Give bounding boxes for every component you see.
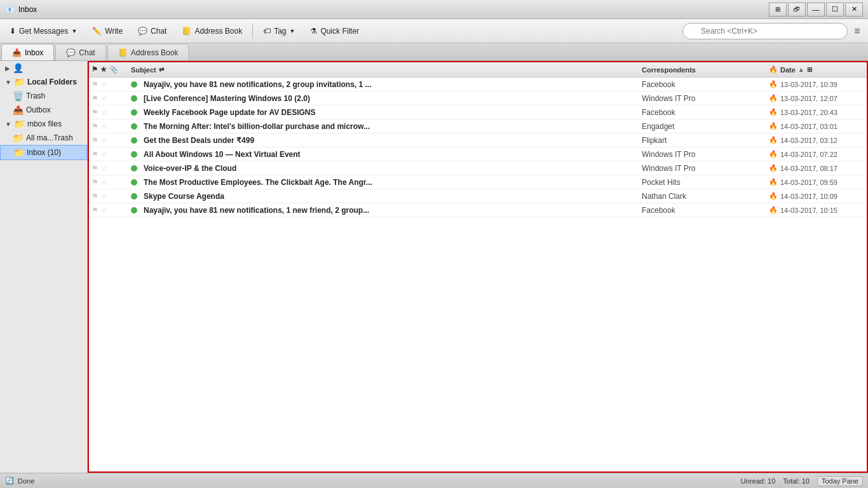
email-date-9: 🔥 14-03-2017, 10:09 — [765, 192, 867, 200]
star-icon-5[interactable]: ☆ — [101, 136, 108, 145]
flag-icon-10[interactable]: ⚑ — [92, 206, 98, 215]
star-icon-3[interactable]: ☆ — [101, 108, 108, 117]
email-row[interactable]: ⚑ ☆ Nayajiv, you have 81 new notificatio… — [89, 78, 867, 92]
hamburger-menu-button[interactable]: ≡ — [849, 23, 865, 39]
flag-icon-1[interactable]: ⚑ — [92, 80, 98, 89]
mbox-label: mbox files — [27, 119, 62, 128]
address-book-button[interactable]: 📒 Address Book — [175, 22, 249, 41]
email-row[interactable]: ⚑ ☆ All About Windows 10 — Next Virtual … — [89, 147, 867, 161]
sidebar-item-account[interactable]: ▶ 👤 — [0, 61, 87, 75]
email-row[interactable]: ⚑ ☆ Get the Best Deals under ₹499 Flipka… — [89, 133, 867, 147]
minimize-btn[interactable]: — — [807, 3, 825, 17]
col-header-correspondents[interactable]: Correspondents — [638, 66, 765, 74]
star-icon-9[interactable]: ☆ — [101, 192, 108, 201]
email-row[interactable]: ⚑ ☆ Weekly Facebook Page update for AV D… — [89, 105, 867, 119]
status-dot-10 — [131, 207, 137, 214]
star-icon-8[interactable]: ☆ — [101, 178, 108, 187]
flag-icon-3[interactable]: ⚑ — [92, 108, 98, 117]
date-header-label: Date — [780, 66, 796, 74]
sidebar-item-inbox-folder[interactable]: 📁 Inbox (10) — [0, 145, 87, 160]
quick-filter-icon: ⚗ — [310, 27, 317, 36]
email-date-1: 🔥 13-03-2017, 10:39 — [765, 80, 867, 88]
tag-button[interactable]: 🏷 Tag ▼ — [256, 22, 302, 41]
local-folders-label: Local Folders — [27, 78, 77, 86]
flag-icon-7[interactable]: ⚑ — [92, 164, 98, 173]
email-correspondent-3: Facebook — [638, 108, 765, 117]
tab-chat[interactable]: 💬 Chat — [55, 44, 105, 60]
email-fire-icon-3: 🔥 — [769, 108, 778, 116]
today-pane-button[interactable]: Today Pane — [817, 476, 863, 486]
sidebar-item-local-folders[interactable]: ▼ 📁 Local Folders — [0, 75, 87, 89]
email-row[interactable]: ⚑ ☆ Skype Course Agenda Nathan Clark 🔥 1… — [89, 189, 867, 203]
flag-icon-5[interactable]: ⚑ — [92, 136, 98, 145]
email-row[interactable]: ⚑ ☆ The Morning After: Intel's billion-d… — [89, 119, 867, 133]
star-icon-6[interactable]: ☆ — [101, 150, 108, 159]
col-header-flags[interactable]: ⚑ ★ 📎 — [89, 65, 127, 74]
tab-inbox[interactable]: 📥 Inbox — [1, 44, 54, 60]
thread-icon-header: ⇄ — [159, 66, 164, 73]
email-subject-7: Voice-over-IP & the Cloud — [140, 164, 634, 173]
sidebar-item-trash[interactable]: 🗑️ Trash — [0, 89, 87, 103]
email-correspondent-9: Nathan Clark — [638, 192, 765, 201]
email-row[interactable]: ⚑ ☆ [Live Conference] Mastering Windows … — [89, 92, 867, 105]
email-date-7: 🔥 14-03-2017, 08:17 — [765, 164, 867, 172]
write-label: Write — [105, 27, 123, 36]
sidebar-item-outbox[interactable]: 📤 Outbox — [0, 103, 87, 117]
email-fire-icon-10: 🔥 — [769, 206, 778, 214]
maximize-btn[interactable]: ☐ — [826, 3, 844, 17]
status-dot-4 — [131, 123, 137, 130]
star-icon-2[interactable]: ☆ — [101, 94, 108, 103]
tab-switcher-btn[interactable]: ⊞ — [769, 3, 787, 17]
flag-icon-2[interactable]: ⚑ — [92, 94, 98, 103]
sidebar-item-all-mail-trash[interactable]: 📁 All ma...Trash — [0, 131, 87, 145]
tag-dropdown-icon: ▼ — [290, 28, 295, 34]
app-icon: 📧 — [5, 5, 15, 14]
close-btn[interactable]: ✕ — [845, 3, 863, 17]
write-button[interactable]: ✏️ Write — [85, 22, 130, 41]
col-header-subject[interactable]: Subject ⇄ — [127, 66, 638, 74]
title-bar: 📧 Inbox ⊞ 🗗 — ☐ ✕ — [0, 0, 868, 19]
account-icon: 👤 — [13, 63, 24, 73]
email-flags-5: ⚑ ☆ — [89, 136, 127, 145]
star-icon-1[interactable]: ☆ — [101, 80, 108, 89]
search-input[interactable] — [682, 23, 848, 39]
email-date-8: 🔥 14-03-2017, 09:59 — [765, 178, 867, 186]
flag-icon-9[interactable]: ⚑ — [92, 192, 98, 201]
toolbar: ⬇ Get Messages ▼ ✏️ Write 💬 Chat 📒 Addre… — [0, 19, 868, 43]
attachment-icon-header: 📎 — [109, 65, 118, 74]
col-header-date[interactable]: 🔥 Date ▲ ⊞ — [765, 65, 867, 74]
get-messages-button[interactable]: ⬇ Get Messages ▼ — [3, 22, 84, 41]
sidebar-item-mbox-files[interactable]: ▼ 📁 mbox files — [0, 117, 87, 131]
status-dot-3 — [131, 109, 137, 116]
email-fire-icon-1: 🔥 — [769, 80, 778, 88]
email-row[interactable]: ⚑ ☆ Nayajiv, you have 81 new notificatio… — [89, 203, 867, 217]
restore-btn[interactable]: 🗗 — [788, 3, 806, 17]
status-dot-6 — [131, 151, 137, 158]
email-flags-6: ⚑ ☆ — [89, 150, 127, 159]
star-icon-10[interactable]: ☆ — [101, 206, 108, 215]
email-correspondent-5: Flipkart — [638, 136, 765, 145]
email-list: ⚑ ☆ Nayajiv, you have 81 new notificatio… — [89, 78, 867, 471]
window-title: Inbox — [18, 5, 37, 14]
star-icon-4[interactable]: ☆ — [101, 122, 108, 131]
star-icon-7[interactable]: ☆ — [101, 164, 108, 173]
get-messages-dropdown-icon[interactable]: ▼ — [71, 28, 77, 34]
email-date-2: 🔥 13-03-2017, 12:07 — [765, 94, 867, 102]
outbox-icon: 📤 — [13, 105, 24, 115]
chat-button[interactable]: 💬 Chat — [131, 22, 173, 41]
trash-label: Trash — [26, 92, 45, 100]
email-flags-10: ⚑ ☆ — [89, 206, 127, 215]
email-fire-icon-4: 🔥 — [769, 122, 778, 130]
quick-filter-button[interactable]: ⚗ Quick Filter — [303, 22, 366, 41]
flag-icon-6[interactable]: ⚑ — [92, 150, 98, 159]
status-dot-8 — [131, 179, 137, 186]
get-messages-icon: ⬇ — [10, 27, 16, 36]
main-layout: ▶ 👤 ▼ 📁 Local Folders 🗑️ Trash 📤 Outbox … — [0, 61, 868, 473]
email-fire-icon-9: 🔥 — [769, 192, 778, 200]
email-row[interactable]: ⚑ ☆ Voice-over-IP & the Cloud Windows IT… — [89, 161, 867, 175]
email-row[interactable]: ⚑ ☆ The Most Productive Employees. The C… — [89, 175, 867, 189]
tab-address-book[interactable]: 📒 Address Book — [107, 44, 189, 60]
trash-icon: 🗑️ — [13, 91, 24, 101]
flag-icon-4[interactable]: ⚑ — [92, 122, 98, 131]
flag-icon-8[interactable]: ⚑ — [92, 178, 98, 187]
